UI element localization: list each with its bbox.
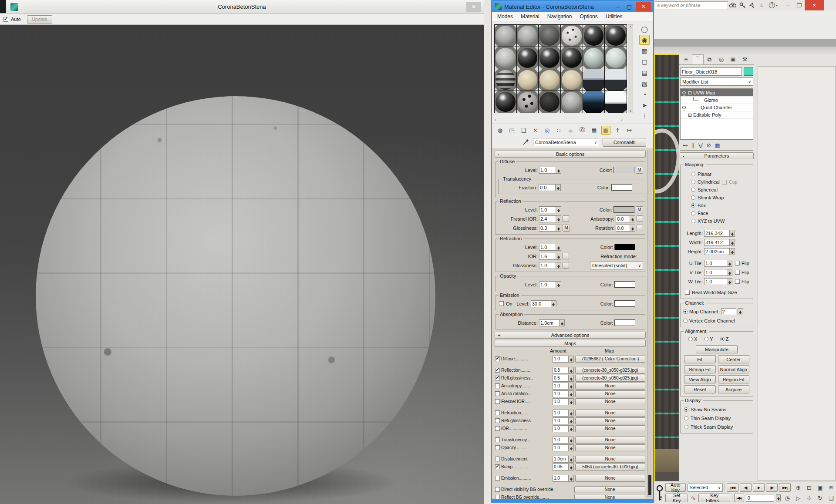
time-configuration-icon[interactable]: ◷ — [782, 494, 792, 502]
manipulate-button[interactable]: Manipulate — [696, 345, 738, 353]
map-amount-spinner[interactable] — [568, 425, 574, 432]
favorites-star-icon[interactable]: ☆ — [757, 1, 766, 10]
material-sample-slot[interactable] — [561, 91, 583, 113]
map-amount-field[interactable]: 1.0 — [553, 437, 568, 444]
w-flip-checkbox[interactable] — [735, 279, 740, 284]
material-sample-slot[interactable] — [583, 91, 605, 113]
eyedropper-icon[interactable] — [522, 138, 529, 146]
maximize-viewport-toggle-icon[interactable]: ❏ — [826, 494, 836, 502]
rotation-field[interactable]: 0.0 — [616, 225, 630, 232]
seam-display-radio[interactable] — [684, 407, 688, 412]
expand-icon[interactable]: ⊟ — [688, 90, 692, 96]
show-map-in-viewport-icon[interactable]: ◎ — [543, 126, 552, 135]
map-slot-button[interactable]: None — [574, 486, 645, 493]
map-amount-field[interactable]: 0.5 — [553, 375, 568, 382]
material-sample-slot[interactable] — [495, 69, 516, 91]
map-amount-field[interactable]: 1.0 — [553, 383, 568, 390]
reflection-color-swatch[interactable] — [614, 206, 634, 213]
scrollbar-thumb[interactable] — [648, 475, 651, 495]
u-tile-spinner[interactable] — [727, 260, 732, 267]
render-window-titlebar[interactable]: CoronaBetonStena ✕ — [0, 0, 484, 14]
set-keys-key-icon[interactable] — [655, 483, 664, 503]
map-amount-field[interactable]: 0.05 — [553, 464, 568, 470]
restore-button[interactable]: ❐ — [793, 1, 805, 10]
pin-stack-icon[interactable]: ⊷ — [683, 142, 688, 148]
menu-item[interactable]: Navigation — [547, 13, 572, 20]
show-background-icon[interactable]: ▦ — [590, 126, 599, 135]
communication-satellite-icon[interactable] — [747, 1, 757, 10]
seam-display-radio[interactable] — [684, 416, 688, 420]
current-frame-field[interactable]: 0 — [746, 494, 774, 502]
rotation-map-button[interactable] — [637, 225, 643, 231]
emission-on-checkbox[interactable] — [499, 301, 504, 306]
material-sample-slot[interactable] — [605, 47, 627, 69]
tab-create[interactable]: ✳ — [680, 54, 692, 64]
refraction-glossiness-field[interactable]: 1.0 — [539, 262, 556, 269]
tab-hierarchy[interactable]: ⧉ — [704, 54, 715, 64]
map-amount-field[interactable]: 1.0 — [553, 417, 568, 424]
tab-motion[interactable]: ◎ — [715, 54, 727, 64]
height-spinner[interactable] — [729, 248, 735, 255]
map-slot-button[interactable]: (concrete-30_s050-g025.jpg) — [575, 375, 645, 382]
configure-modifier-sets-icon[interactable]: ▦ — [715, 142, 720, 148]
map-enable-checkbox[interactable] — [495, 356, 500, 361]
reflection-glossiness-spinner[interactable] — [556, 225, 561, 232]
diffuse-level-spinner[interactable] — [556, 167, 561, 174]
go-forward-sibling-icon[interactable]: ↦ — [625, 126, 634, 135]
object-color-swatch[interactable] — [744, 67, 753, 76]
axis-radio[interactable] — [688, 337, 693, 341]
emission-level-spinner[interactable] — [551, 300, 556, 307]
diffuse-level-field[interactable]: 1.0 — [539, 167, 556, 174]
selection-mode-dropdown[interactable]: Selected ∨ — [688, 484, 723, 492]
me-maximize-button[interactable]: ▢ — [624, 3, 635, 10]
map-amount-spinner[interactable] — [568, 437, 574, 444]
axis-radio[interactable] — [720, 337, 725, 341]
auto-key-button[interactable]: Auto Key — [665, 483, 686, 492]
map-enable-checkbox[interactable] — [495, 368, 500, 373]
map-amount-spinner[interactable] — [568, 456, 574, 463]
tab-display[interactable]: ▣ — [727, 54, 739, 64]
refraction-glossiness-map-button[interactable] — [563, 262, 569, 269]
close-button[interactable]: ✕ — [805, 0, 824, 10]
map-amount-field[interactable]: 1.0 — [553, 425, 568, 432]
map-amount-field[interactable]: 1.0 — [553, 410, 568, 417]
map-amount-field[interactable]: 1.0 — [553, 356, 568, 363]
u-flip-checkbox[interactable] — [735, 261, 740, 265]
menu-item[interactable]: Utilities — [606, 13, 623, 20]
refraction-color-swatch[interactable] — [614, 244, 635, 250]
put-to-scene-icon[interactable]: ◳ — [507, 126, 516, 135]
make-unique-stack-icon[interactable]: ⋁ — [698, 142, 703, 148]
absorption-color-swatch[interactable] — [614, 319, 635, 326]
material-sample-slot[interactable] — [561, 69, 583, 91]
map-slot-button[interactable]: 70295662 ( Color Correction ) — [575, 356, 645, 363]
map-slot-button[interactable]: None — [574, 494, 645, 499]
map-amount-spinner[interactable] — [568, 383, 574, 390]
map-amount-field[interactable]: 1.0cm — [553, 456, 568, 463]
map-slot-button[interactable]: None — [575, 417, 645, 424]
map-slot-button[interactable]: None — [575, 398, 645, 405]
options-icon[interactable]: ◔ — [639, 89, 650, 99]
scroll-left-icon[interactable]: ‹ — [495, 117, 496, 122]
material-sample-slot[interactable] — [539, 69, 560, 91]
reflection-color-map-button[interactable]: M — [636, 206, 643, 213]
reflection-level-field[interactable]: 1.0 — [539, 206, 556, 213]
map-enable-checkbox[interactable] — [495, 418, 500, 423]
fresnel-ior-spinner[interactable] — [556, 215, 561, 222]
anisotropy-spinner[interactable] — [630, 215, 635, 222]
show-end-result-stack-icon[interactable]: ∥ — [692, 142, 694, 148]
material-sample-slot[interactable] — [539, 91, 560, 113]
key-mode-toggle[interactable]: |◀▶| — [734, 494, 744, 502]
set-key-button[interactable]: Set Key — [665, 494, 688, 502]
zoom-icon[interactable]: ⊕ — [793, 483, 803, 492]
map-amount-spinner[interactable] — [568, 375, 574, 382]
map-amount-spinner[interactable] — [568, 464, 574, 470]
zoom-extents-icon[interactable]: ▣ — [815, 483, 825, 492]
visibility-bulb-icon[interactable] — [682, 91, 686, 94]
material-sample-slot[interactable] — [561, 25, 583, 47]
play-icon[interactable]: ▶ — [753, 483, 765, 492]
translucency-fraction-spinner[interactable] — [555, 184, 561, 191]
search-binoculars-icon[interactable] — [728, 1, 738, 10]
update-button[interactable]: Update — [27, 15, 52, 24]
video-color-check-icon[interactable]: ▤ — [639, 67, 650, 77]
map-slot-button[interactable]: None — [575, 383, 645, 390]
